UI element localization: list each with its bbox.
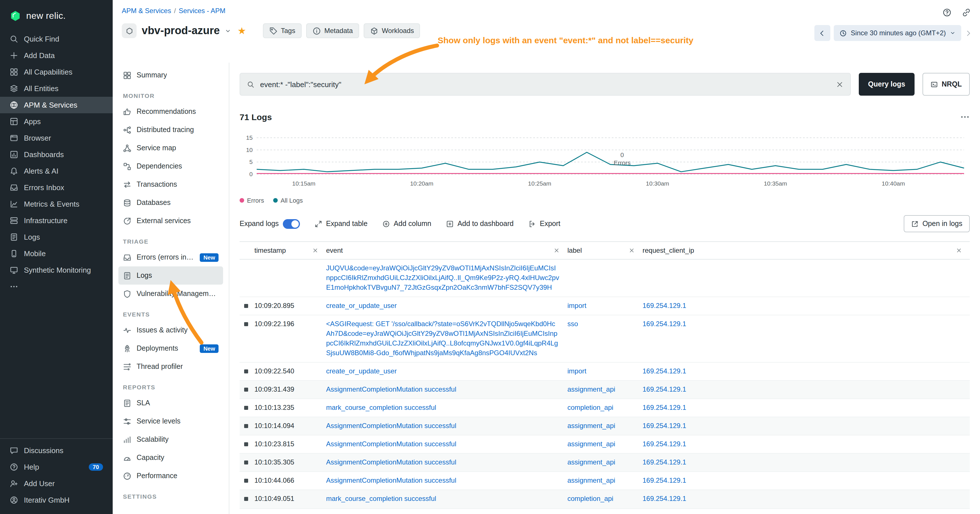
subnav-item-performance[interactable]: Performance [118, 467, 223, 485]
breadcrumb-link-apm-services[interactable]: APM & Services [122, 7, 171, 15]
event-link[interactable]: mark_course_completion successful [326, 403, 560, 413]
sidebar-item-alerts-ai[interactable]: Alerts & AI [0, 163, 113, 179]
subnav-item-summary[interactable]: Summary [118, 66, 223, 84]
subnav-item-dependencies[interactable]: Dependencies [118, 157, 223, 175]
table-row[interactable]: 10:10:13.235mark_course_completion succe… [240, 399, 970, 417]
subnav-item-capacity[interactable]: Capacity [118, 449, 223, 467]
event-link[interactable]: create_or_update_user [326, 301, 560, 311]
sidebar-item-all-capabilities[interactable]: All Capabilities [0, 64, 113, 80]
table-row[interactable]: 10:10:44.066AssignmentCompletionMutation… [240, 472, 970, 490]
table-row[interactable]: 10:09:22.540create_or_update_userimport1… [240, 363, 970, 381]
export-button[interactable]: Export [528, 220, 560, 228]
table-row[interactable]: 10:10:35.305AssignmentCompletionMutation… [240, 454, 970, 472]
table-row[interactable]: 10:09:31.439AssignmentCompletionMutation… [240, 381, 970, 399]
label-link[interactable]: import [567, 302, 587, 310]
time-picker[interactable]: Since 30 minutes ago (GMT+2) [834, 25, 961, 41]
more-options-icon[interactable] [960, 112, 970, 121]
ip-link[interactable]: 169.254.129.1 [643, 422, 686, 430]
event-link[interactable]: AssignmentCompletionMutation successful [326, 458, 560, 468]
label-link[interactable]: assignment_api [567, 458, 615, 466]
event-link[interactable]: AssignmentCompletionMutation successful [326, 440, 560, 449]
sidebar-item-synthetic-monitoring[interactable]: Synthetic Monitoring [0, 262, 113, 278]
label-link[interactable]: sso [567, 320, 578, 328]
help-button[interactable] [940, 6, 954, 19]
label-link[interactable]: assignment_api [567, 422, 615, 430]
ip-link[interactable]: 169.254.129.1 [643, 404, 686, 412]
metadata-button[interactable]: Metadata [306, 23, 359, 38]
event-link[interactable]: mark_course_completion successful [326, 494, 560, 504]
ip-link[interactable]: 169.254.129.1 [643, 386, 686, 394]
label-link[interactable]: import [567, 368, 587, 376]
table-row[interactable]: 10:10:14.094AssignmentCompletionMutation… [240, 417, 970, 436]
subnav-item-errors-errors-inb[interactable]: Errors (errors inb...New [118, 248, 223, 266]
column-header-timestamp[interactable]: timestamp [255, 247, 326, 255]
sidebar-item-add-user[interactable]: Add User [0, 475, 113, 492]
ip-link[interactable]: 169.254.129.1 [643, 302, 686, 310]
table-row[interactable]: JUQVU&code=eyJraWQiOiJjcGltY29yZV8wOTl1M… [240, 259, 970, 297]
subnav-item-distributed-tracing[interactable]: Distributed tracing [118, 121, 223, 139]
subnav-item-service-map[interactable]: Service map [118, 139, 223, 157]
remove-column-icon[interactable] [629, 248, 635, 253]
event-link[interactable]: <ASGIRequest: GET '/sso/callback/?state=… [326, 319, 560, 358]
legend-item-all-logs[interactable]: All Logs [273, 197, 303, 204]
breadcrumb-link-services-apm[interactable]: Services - APM [179, 7, 225, 15]
sidebar-item-dashboards[interactable]: Dashboards [0, 146, 113, 163]
sidebar-item-metrics-events[interactable]: Metrics & Events [0, 196, 113, 212]
column-header-event[interactable]: event [326, 247, 567, 255]
sidebar-item-quick-find[interactable]: Quick Find [0, 31, 113, 47]
subnav-item-recommendations[interactable]: Recommendations [118, 102, 223, 121]
time-back-button[interactable] [815, 25, 830, 41]
table-row[interactable]: 10:10:49.051mark_course_completion succe… [240, 490, 970, 509]
subnav-item-external-services[interactable]: External services [118, 212, 223, 230]
newrelic-logo[interactable]: new relic. [0, 0, 113, 31]
sidebar-item-help[interactable]: Help70 [0, 459, 113, 475]
logs-query-text[interactable]: event:* -"label":"security" [260, 80, 830, 89]
label-link[interactable]: completion_api [567, 495, 613, 503]
subnav-item-thread-profiler[interactable]: Thread profiler [118, 358, 223, 376]
remove-column-icon[interactable] [554, 248, 560, 253]
ip-link[interactable]: 169.254.129.1 [643, 440, 686, 448]
sidebar-item-mobile[interactable]: Mobile [0, 245, 113, 262]
favorite-star-icon[interactable]: ★ [238, 26, 247, 36]
logs-query-bar[interactable]: event:* -"label":"security" [240, 73, 851, 95]
expand-logs-toggle[interactable]: Expand logs [240, 219, 300, 229]
entity-switcher-chevron-icon[interactable] [225, 28, 231, 34]
subnav-item-vulnerability-management[interactable]: Vulnerability Management [118, 285, 223, 303]
clear-query-icon[interactable] [836, 81, 844, 88]
sidebar-item-all-entities[interactable]: All Entities [0, 80, 113, 97]
sidebar-item-add-data[interactable]: Add Data [0, 47, 113, 64]
sidebar-item-apps[interactable]: Apps [0, 113, 113, 130]
subnav-item-logs[interactable]: Logs [118, 266, 223, 285]
ip-link[interactable]: 169.254.129.1 [643, 368, 686, 376]
remove-column-icon[interactable] [312, 248, 318, 253]
label-link[interactable]: assignment_api [567, 477, 615, 485]
toggle-on-icon[interactable] [283, 219, 300, 229]
column-header-label[interactable]: label [567, 247, 643, 255]
subnav-item-scalability[interactable]: Scalability [118, 430, 223, 449]
event-link[interactable]: create_or_update_user [326, 367, 560, 377]
nrql-button[interactable]: NRQL [922, 73, 970, 95]
table-row[interactable]: 10:10:23.815AssignmentCompletionMutation… [240, 436, 970, 454]
event-link[interactable]: AssignmentCompletionMutation successful [326, 476, 560, 486]
label-link[interactable]: assignment_api [567, 386, 615, 394]
column-header-request-client-ip[interactable]: request_client_ip [643, 247, 970, 255]
sidebar-item-errors-inbox[interactable]: Errors Inbox [0, 179, 113, 196]
permalink-button[interactable] [959, 6, 973, 19]
sidebar-item-discussions[interactable]: Discussions [0, 442, 113, 459]
sidebar-item-apm-services[interactable]: APM & Services [0, 97, 113, 113]
subnav-item-sla[interactable]: SLA [118, 394, 223, 412]
subnav-item-issues-activity[interactable]: Issues & activity [118, 321, 223, 339]
add-column-button[interactable]: Add column [382, 220, 431, 228]
ip-link[interactable]: 169.254.129.1 [643, 320, 686, 328]
remove-column-icon[interactable] [956, 248, 962, 253]
ip-link[interactable]: 169.254.129.1 [643, 495, 686, 503]
subnav-item-transactions[interactable]: Transactions [118, 175, 223, 194]
sidebar-item-iterativ-gmbh[interactable]: Iterativ GmbH [0, 492, 113, 508]
label-link[interactable]: assignment_api [567, 440, 615, 448]
ip-link[interactable]: 169.254.129.1 [643, 477, 686, 485]
table-row[interactable]: 10:09:22.196<ASGIRequest: GET '/sso/call… [240, 315, 970, 363]
sidebar-item-browser[interactable]: Browser [0, 130, 113, 146]
time-forward-button[interactable] [965, 29, 972, 37]
sidebar-item-item[interactable] [0, 278, 113, 295]
subnav-item-deployments[interactable]: DeploymentsNew [118, 339, 223, 358]
